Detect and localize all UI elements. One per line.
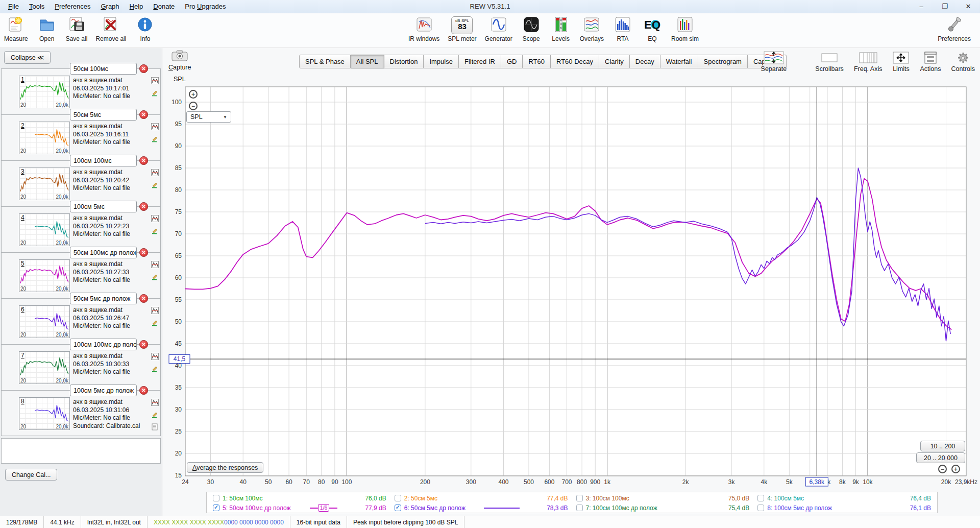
pencil-icon[interactable] xyxy=(151,181,159,190)
delete-measurement-button[interactable]: ✕ xyxy=(139,340,148,349)
legend-checkbox-1[interactable] xyxy=(213,495,219,501)
restore-button[interactable]: ❐ xyxy=(933,0,957,13)
measurement-thumbnail[interactable]: 6 2020,0k xyxy=(19,305,70,338)
measurement-name-input[interactable]: 50см 5мс др полож xyxy=(70,293,137,304)
spectrum-small-icon[interactable] xyxy=(151,353,159,362)
delete-measurement-button[interactable]: ✕ xyxy=(139,156,148,165)
pencil-icon[interactable] xyxy=(151,411,159,420)
legend-label[interactable]: 1: 50см 100мс xyxy=(223,495,263,502)
measurement-name-input[interactable]: 100см 100мс xyxy=(70,155,137,166)
generator-button[interactable]: Generator xyxy=(485,16,512,42)
legend-checkbox-2[interactable] xyxy=(395,495,401,501)
measurement-item-7[interactable]: 100см 100мс др полож ✕ 7 2020,0k ачх в я… xyxy=(1,344,161,390)
tab-waterfall[interactable]: Waterfall xyxy=(660,55,698,68)
legend-checkbox-7[interactable] xyxy=(576,505,583,511)
tab-rt60[interactable]: RT60 xyxy=(523,55,551,68)
menu-pro-upgrades[interactable]: Pro Upgrades xyxy=(180,1,231,12)
measurement-thumbnail[interactable]: 4 2020,0k xyxy=(19,213,70,246)
measurement-name-input[interactable]: 100см 5мс др полож xyxy=(70,385,137,396)
zoom-out-y-button[interactable]: − xyxy=(189,102,198,110)
average-responses-button[interactable]: Average the responses xyxy=(187,462,263,473)
menu-tools[interactable]: Tools xyxy=(24,1,50,12)
spl-chart[interactable]: 1009590858075706560555045403530252015243… xyxy=(162,48,980,488)
measurement-thumbnail[interactable]: 5 2020,0k xyxy=(19,259,70,292)
controls-button[interactable]: Controls xyxy=(951,51,975,73)
separate-button[interactable]: Separate xyxy=(761,51,787,73)
tab-impulse[interactable]: Impulse xyxy=(424,55,459,68)
measurement-thumbnail[interactable]: 1 2020,0k xyxy=(19,76,70,108)
measurement-name-input[interactable]: 50см 5мс xyxy=(70,109,137,121)
room-sim-button[interactable]: Room sim xyxy=(671,16,699,42)
legend-label[interactable]: 3: 100см 100мс xyxy=(586,495,629,502)
measurement-thumbnail[interactable]: 7 2020,0k xyxy=(19,351,70,384)
spl-axis-select[interactable]: SPL ▼ xyxy=(186,111,231,123)
delete-measurement-button[interactable]: ✕ xyxy=(139,202,148,211)
measure-button[interactable]: Measure xyxy=(4,16,28,42)
legend-label[interactable]: 2: 50см 5мс xyxy=(404,495,437,502)
tab-distortion[interactable]: Distortion xyxy=(384,55,424,68)
legend-label[interactable]: 6: 50см 5мс др полож xyxy=(404,505,465,512)
ir-windows-button[interactable]: IR windows xyxy=(408,16,439,42)
measurement-item-1[interactable]: 50см 100мс ✕ 1 2020,0k ачх в ящике.mdat … xyxy=(1,68,161,114)
rta-button[interactable]: RTA xyxy=(612,16,633,42)
capture-button[interactable]: Capture xyxy=(168,50,191,71)
menu-help[interactable]: Help xyxy=(125,1,149,12)
measurement-name-input[interactable]: 100см 5мс xyxy=(70,201,137,212)
tab-rt60-decay[interactable]: RT60 Decay xyxy=(551,55,599,68)
measurement-name-input[interactable]: 50см 100мс др полож xyxy=(70,247,137,258)
pencil-icon[interactable] xyxy=(151,365,159,374)
delete-measurement-button[interactable]: ✕ xyxy=(139,64,148,73)
tab-clarity[interactable]: Clarity xyxy=(599,55,630,68)
range-10-200-button[interactable]: 10 .. 200 xyxy=(920,441,965,451)
tab-all-spl[interactable]: All SPL xyxy=(351,55,384,68)
measurement-name-input[interactable]: 100см 100мс др полож xyxy=(70,339,137,350)
preferences-button[interactable]: Preferences xyxy=(938,16,971,42)
minimize-button[interactable]: – xyxy=(910,0,933,13)
spl-meter-button[interactable]: dB SPL83SPL meter xyxy=(448,16,476,42)
tab-spectrogram[interactable]: Spectrogram xyxy=(698,55,748,68)
measurement-item-6[interactable]: 50см 5мс др полож ✕ 6 2020,0k ачх в ящик… xyxy=(1,298,161,344)
measurement-item-8[interactable]: 100см 5мс др полож ✕ 8 2020,0k ачх в ящи… xyxy=(1,390,161,436)
limits-button[interactable]: Limits xyxy=(892,51,910,73)
pencil-icon[interactable] xyxy=(151,227,159,236)
scope-button[interactable]: Scope xyxy=(521,16,542,42)
tab-decay[interactable]: Decay xyxy=(630,55,660,68)
measurement-item-3[interactable]: 100см 100мс ✕ 3 2020,0k ачх в ящике.mdat… xyxy=(1,160,161,206)
menu-file[interactable]: File xyxy=(3,1,24,12)
remove-all-button[interactable]: Remove all xyxy=(95,16,126,42)
menu-preferences[interactable]: Preferences xyxy=(50,1,95,12)
scrollbars-button[interactable]: Scrollbars xyxy=(815,51,844,73)
legend-checkbox-8[interactable] xyxy=(757,505,764,511)
legend-checkbox-4[interactable] xyxy=(757,495,764,501)
spectrum-small-icon[interactable] xyxy=(151,215,159,224)
freq-axis-button[interactable]: Freq. Axis xyxy=(854,51,883,73)
legend-checkbox-5[interactable] xyxy=(213,505,219,511)
change-cal-button[interactable]: Change Cal... xyxy=(5,469,57,481)
legend-label[interactable]: 5: 50см 100мс др полож xyxy=(223,505,291,512)
tab-spl-phase[interactable]: SPL & Phase xyxy=(299,55,351,68)
spectrum-small-icon[interactable] xyxy=(151,399,159,407)
legend-label[interactable]: 7: 100см 100мс др полож xyxy=(586,505,657,512)
measurement-thumbnail[interactable]: 3 2020,0k xyxy=(19,167,70,200)
spectrum-small-icon[interactable] xyxy=(151,307,159,316)
save-all-button[interactable]: Save all xyxy=(66,16,88,42)
legend-checkbox-6[interactable] xyxy=(395,505,401,511)
zoom-in-x-button[interactable]: + xyxy=(951,465,960,473)
menu-donate[interactable]: Donate xyxy=(148,1,180,12)
measurement-thumbnail[interactable]: 8 2020,0k xyxy=(19,397,70,430)
pencil-icon[interactable] xyxy=(151,319,159,328)
measurement-item-4[interactable]: 100см 5мс ✕ 4 2020,0k ачх в ящике.mdat 0… xyxy=(1,206,161,252)
pencil-icon[interactable] xyxy=(151,89,159,98)
levels-button[interactable]: 036Levels xyxy=(550,16,572,42)
legend-checkbox-3[interactable] xyxy=(576,495,583,501)
zoom-out-x-button[interactable]: − xyxy=(938,465,947,473)
range-20-20000-button[interactable]: 20 .. 20 000 xyxy=(916,452,965,463)
eq-button[interactable]: EQEQ xyxy=(642,16,663,42)
legend-label[interactable]: 8: 100см 5мс др полож xyxy=(767,505,832,512)
delete-measurement-button[interactable]: ✕ xyxy=(139,110,148,119)
spectrum-small-icon[interactable] xyxy=(151,169,159,178)
info-button[interactable]: Info xyxy=(134,16,156,42)
measurement-thumbnail[interactable]: 2 2020,0k xyxy=(19,122,70,154)
legend-label[interactable]: 4: 100см 5мс xyxy=(767,495,804,502)
actions-button[interactable]: Actions xyxy=(920,51,941,73)
